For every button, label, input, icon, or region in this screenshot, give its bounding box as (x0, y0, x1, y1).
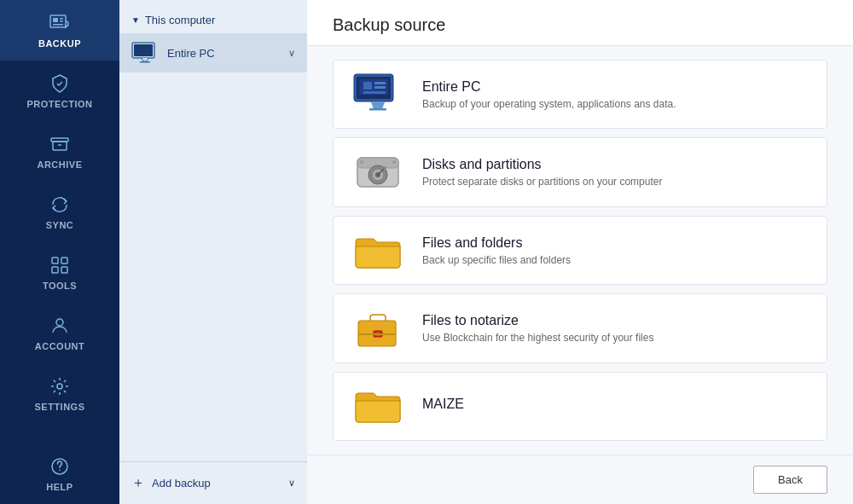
svg-rect-3 (60, 20, 63, 22)
svg-point-12 (57, 384, 62, 389)
card-entire-pc[interactable]: Entire PC Backup of your operating syste… (333, 60, 827, 129)
backup-icon (49, 12, 71, 34)
entire-pc-label: Entire PC (167, 47, 215, 60)
main-header: Backup source (307, 0, 853, 46)
entire-pc-card-icon (351, 72, 405, 118)
sidebar-label-sync: SYNC (46, 220, 74, 230)
svg-rect-4 (53, 24, 63, 26)
sidebar-label-account: ACCOUNT (35, 341, 85, 351)
sidebar-item-settings[interactable]: SETTINGS (0, 363, 119, 424)
entire-pc-card-title: Entire PC (422, 79, 676, 95)
files-notarize-card-text: Files to notarize Use Blockchain for the… (422, 313, 653, 344)
add-backup-footer[interactable]: ＋ Add backup ∨ (119, 461, 307, 504)
sidebar-item-help[interactable]: HELP (0, 443, 119, 504)
sync-icon (49, 194, 71, 216)
archive-icon (49, 133, 71, 155)
files-notarize-card-desc: Use Blockchain for the highest security … (422, 332, 653, 344)
disks-card-text: Disks and partitions Protect separate di… (422, 157, 662, 188)
entire-pc-source-item[interactable]: Entire PC ∨ (119, 33, 307, 72)
files-folders-card-icon (351, 228, 405, 274)
svg-point-34 (392, 160, 396, 164)
source-header-label: This computer (145, 14, 215, 26)
cards-area: Entire PC Backup of your operating syste… (307, 46, 853, 455)
files-notarize-card-icon (351, 305, 405, 351)
card-files-notarize[interactable]: Files to notarize Use Blockchain for the… (333, 293, 827, 362)
svg-rect-6 (53, 142, 67, 150)
sidebar-label-archive: ARCHIVE (37, 159, 82, 170)
maize-card-title: MAIZE (422, 397, 464, 412)
entire-pc-card-text: Entire PC Backup of your operating syste… (422, 79, 676, 110)
svg-rect-25 (363, 91, 386, 94)
source-item-chevron-icon: ∨ (288, 48, 295, 59)
source-panel: ▼ This computer Entire PC ∨ ＋ Add backup… (119, 0, 307, 504)
source-header: ▼ This computer (119, 0, 307, 33)
maize-card-icon (351, 383, 405, 429)
card-disks-partitions[interactable]: Disks and partitions Protect separate di… (333, 137, 827, 206)
disks-card-title: Disks and partitions (422, 157, 662, 172)
svg-rect-7 (52, 258, 58, 264)
files-folders-card-text: Files and folders Back up specific files… (422, 235, 571, 266)
monitor-icon (131, 42, 159, 64)
svg-rect-9 (52, 267, 58, 273)
svg-rect-2 (60, 18, 63, 20)
svg-point-33 (360, 160, 363, 164)
help-icon (49, 455, 71, 478)
main-footer: Back (307, 455, 853, 504)
sidebar-item-account[interactable]: ACCOUNT (0, 303, 119, 363)
sidebar-label-backup: BACKUP (38, 38, 81, 49)
files-folders-card-desc: Back up specific files and folders (422, 254, 571, 266)
disks-card-icon (351, 149, 405, 195)
add-backup-chevron-icon: ∨ (288, 478, 295, 489)
svg-rect-24 (374, 86, 386, 89)
account-icon (49, 315, 71, 337)
svg-point-32 (383, 166, 386, 170)
svg-rect-17 (140, 61, 150, 63)
files-folders-card-title: Files and folders (422, 235, 571, 251)
back-button[interactable]: Back (753, 466, 827, 494)
card-files-folders[interactable]: Files and folders Back up specific files… (333, 216, 827, 285)
disks-card-desc: Protect separate disks or partitions on … (422, 176, 662, 188)
maize-card-text: MAIZE (422, 397, 464, 415)
svg-rect-21 (369, 108, 386, 111)
sidebar-label-protection: PROTECTION (26, 99, 92, 109)
main-content: Backup source (307, 0, 853, 504)
svg-point-14 (59, 470, 61, 472)
svg-rect-22 (363, 82, 372, 90)
svg-rect-23 (374, 82, 386, 84)
entire-pc-card-desc: Backup of your operating system, applica… (422, 98, 676, 110)
sidebar-item-backup[interactable]: BACKUP (0, 0, 119, 61)
sidebar-item-protection[interactable]: PROTECTION (0, 61, 119, 121)
add-backup-label: Add backup (152, 477, 211, 490)
svg-rect-38 (358, 333, 396, 335)
svg-rect-8 (61, 258, 67, 264)
sidebar-label-tools: TOOLS (43, 281, 77, 291)
settings-icon (49, 375, 71, 397)
svg-rect-16 (134, 44, 153, 56)
sidebar-label-settings: SETTINGS (34, 402, 84, 412)
collapse-arrow-icon: ▼ (131, 15, 140, 25)
sidebar-label-help: HELP (46, 482, 73, 492)
sidebar: BACKUP PROTECTION ARCHIVE (0, 0, 119, 504)
page-title: Backup source (333, 15, 445, 34)
sidebar-item-sync[interactable]: SYNC (0, 182, 119, 242)
tools-icon (49, 254, 71, 276)
svg-rect-10 (61, 267, 67, 273)
protection-icon (49, 72, 71, 95)
sidebar-item-archive[interactable]: ARCHIVE (0, 121, 119, 182)
svg-point-11 (56, 319, 63, 326)
files-notarize-card-title: Files to notarize (422, 313, 653, 328)
plus-icon: ＋ (131, 474, 145, 492)
sidebar-item-tools[interactable]: TOOLS (0, 242, 119, 303)
svg-rect-1 (53, 18, 58, 22)
card-maize[interactable]: MAIZE (333, 372, 827, 441)
